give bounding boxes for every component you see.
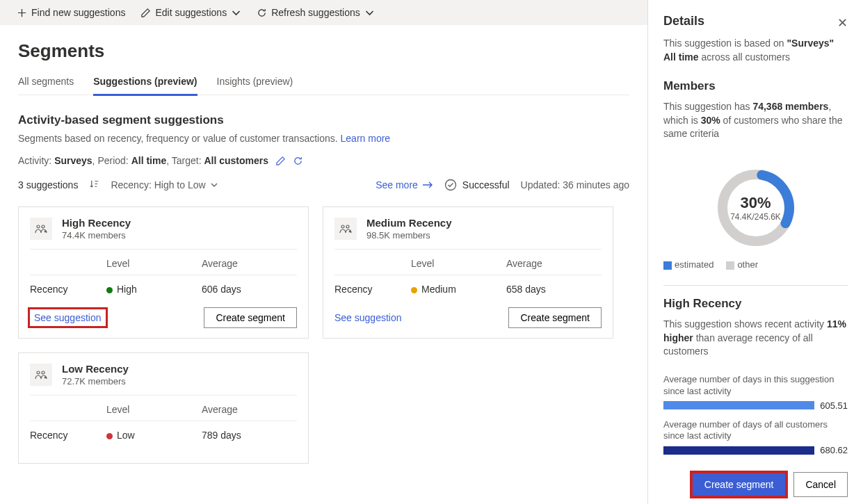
cards-grid: High Recency 74.4K members LevelAverage … <box>18 206 629 464</box>
status-indicator: Successful <box>444 179 510 191</box>
criteria-row: Activity: Surveys, Period: All time, Tar… <box>18 155 629 166</box>
cancel-button[interactable]: Cancel <box>793 472 848 497</box>
see-suggestion-link[interactable]: See suggestion <box>30 309 106 326</box>
create-segment-highlight: Create segment <box>691 472 787 497</box>
svg-point-3 <box>341 225 344 228</box>
updated-timestamp: Updated: 36 minutes ago <box>521 179 629 190</box>
svg-point-0 <box>445 180 455 190</box>
svg-point-2 <box>42 225 45 228</box>
details-heading: Details <box>663 14 848 29</box>
edit-label: Edit suggestions <box>155 7 227 18</box>
card-members: 98.5K members <box>366 230 452 241</box>
find-new-suggestions-button[interactable]: Find new suggestions <box>17 7 125 18</box>
edit-suggestions-button[interactable]: Edit suggestions <box>140 7 241 18</box>
bar1-row: 605.51 <box>663 400 848 411</box>
create-segment-button[interactable]: Create segment <box>508 307 602 328</box>
tab-all-segments[interactable]: All segments <box>18 73 74 95</box>
bar1-label: Average number of days in this suggestio… <box>663 374 848 398</box>
donut-sub: 74.4K/245.6K <box>730 212 781 222</box>
checkmark-circle-icon <box>444 179 457 191</box>
metric-level: Low <box>106 430 202 441</box>
hr-text: This suggestion shows recent activity 11… <box>663 318 848 359</box>
donut-percent: 30% <box>740 194 771 212</box>
suggestion-count: 3 suggestions <box>18 179 78 190</box>
metric-label: Recency <box>30 284 106 295</box>
tab-insights[interactable]: Insights (preview) <box>217 73 293 95</box>
members-heading: Members <box>663 79 848 93</box>
bar2-label: Average number of days of all customers … <box>663 419 848 443</box>
create-segment-button[interactable]: Create segment <box>693 473 786 496</box>
section-desc: Segments based on recency, frequency or … <box>18 133 629 144</box>
main-content: Find new suggestions Edit suggestions Re… <box>0 0 647 504</box>
svg-point-4 <box>346 225 349 228</box>
segment-icon <box>30 364 52 386</box>
card-title: High Recency <box>62 217 131 229</box>
refresh-suggestions-button[interactable]: Refresh suggestions <box>257 7 375 18</box>
suggestion-card[interactable]: Low Recency 72.7K members LevelAverage R… <box>18 352 309 464</box>
tabs: All segments Suggestions (preview) Insig… <box>18 73 629 95</box>
chevron-down-icon <box>210 181 218 189</box>
card-title: Low Recency <box>62 363 129 375</box>
edit-criteria-button[interactable] <box>275 156 286 166</box>
metric-label: Recency <box>30 430 106 441</box>
bar2 <box>663 446 814 455</box>
suggestion-card[interactable]: High Recency 74.4K members LevelAverage … <box>18 206 309 339</box>
see-suggestion-link[interactable]: See suggestion <box>334 312 402 323</box>
controls-row: 3 suggestions Recency: High to Low See m… <box>18 179 629 191</box>
create-segment-button[interactable]: Create segment <box>204 307 297 328</box>
chevron-down-icon <box>231 8 241 18</box>
segment-icon <box>30 218 52 240</box>
donut-legend: estimated other <box>663 259 848 270</box>
content-area: Segments All segments Suggestions (previ… <box>0 25 647 504</box>
arrow-right-icon <box>422 181 433 189</box>
members-text: This suggestion has 74,368 members, whic… <box>663 100 848 141</box>
section-title: Activity-based segment suggestions <box>18 113 629 127</box>
metric-level: High <box>106 284 202 295</box>
svg-point-5 <box>37 371 40 374</box>
find-label: Find new suggestions <box>31 7 125 18</box>
pencil-icon <box>140 8 151 18</box>
suggestion-card[interactable]: Medium Recency 98.5K members LevelAverag… <box>323 206 613 339</box>
refresh-icon <box>293 156 303 166</box>
page-title: Segments <box>18 40 629 62</box>
see-more-link[interactable]: See more <box>376 179 433 190</box>
metric-average: 789 days <box>202 430 297 441</box>
sort-dropdown[interactable]: Recency: High to Low <box>111 179 218 190</box>
bar2-row: 680.62 <box>663 445 848 455</box>
chevron-down-icon <box>364 8 375 18</box>
pencil-icon <box>275 156 286 166</box>
refresh-label: Refresh suggestions <box>271 7 360 18</box>
bar1-value: 605.51 <box>820 400 848 411</box>
metric-average: 606 days <box>202 284 297 295</box>
bar2-value: 680.62 <box>820 445 848 455</box>
sort-icon <box>89 179 99 191</box>
details-panel: ✕ Details This suggestion is based on "S… <box>647 0 863 504</box>
segment-icon <box>334 218 357 240</box>
card-members: 74.4K members <box>62 230 131 241</box>
metric-average: 658 days <box>506 284 602 295</box>
bar1 <box>663 401 814 409</box>
svg-point-1 <box>37 225 40 228</box>
close-icon[interactable]: ✕ <box>837 15 848 31</box>
divider <box>663 285 848 286</box>
details-footer: Create segment Cancel <box>663 464 848 497</box>
svg-point-6 <box>42 371 45 374</box>
card-title: Medium Recency <box>366 217 452 229</box>
tab-suggestions[interactable]: Suggestions (preview) <box>93 73 197 96</box>
refresh-icon <box>257 8 267 18</box>
toolbar: Find new suggestions Edit suggestions Re… <box>0 0 647 25</box>
metric-level: Medium <box>411 284 506 295</box>
learn-more-link[interactable]: Learn more <box>341 133 391 144</box>
details-based-on: This suggestion is based on "Surveys" Al… <box>663 37 848 64</box>
metric-label: Recency <box>334 284 411 295</box>
donut-chart: 30% 74.4K/245.6K <box>663 166 848 250</box>
refresh-criteria-button[interactable] <box>293 156 303 166</box>
hr-heading: High Recency <box>663 297 848 311</box>
card-members: 72.7K members <box>62 376 129 387</box>
plus-icon <box>17 8 27 18</box>
